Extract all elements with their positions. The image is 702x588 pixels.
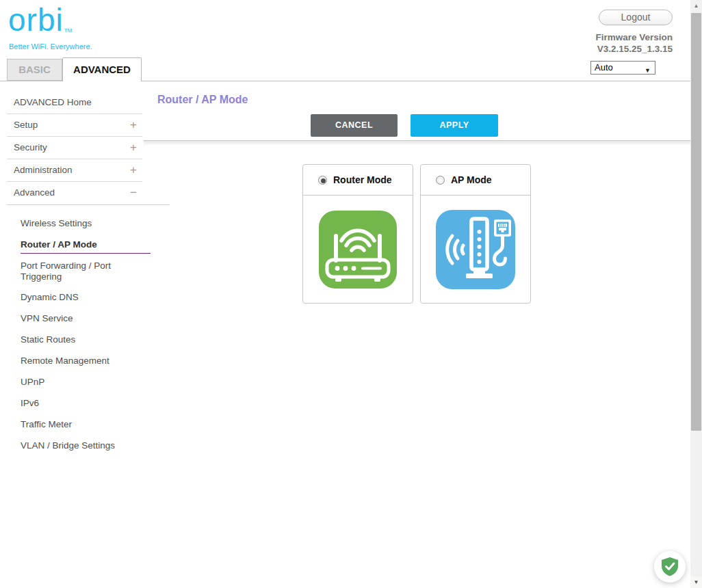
chevron-down-icon: ▼	[645, 64, 651, 77]
plus-icon[interactable]: +	[130, 114, 137, 136]
sidebar-subitem-remote-management[interactable]: Remote Management	[0, 350, 151, 371]
ap-mode-label: AP Mode	[451, 174, 492, 185]
content-divider	[144, 140, 690, 146]
firmware-version: Firmware Version V3.2.15.25_1.3.15	[595, 31, 673, 55]
scrollbar-thumb[interactable]	[691, 13, 701, 431]
language-selected-value: Auto	[595, 62, 613, 72]
brand-tagline: Better WiFi. Everywhere.	[9, 42, 92, 51]
router-mode-body	[303, 196, 413, 303]
ap-mode-header: AP Mode	[421, 165, 530, 196]
selected-item-underline	[21, 253, 151, 254]
sidebar-item-advanced[interactable]: Advanced −	[7, 182, 142, 204]
orbi-admin-page: orbiTM Better WiFi. Everywhere. Logout F…	[0, 0, 702, 588]
router-mode-label: Router Mode	[333, 174, 392, 185]
tab-advanced[interactable]: ADVANCED	[62, 57, 142, 81]
page-title: Router / AP Mode	[157, 94, 248, 106]
sidebar-subitem-port-forwarding[interactable]: Port Forwarding / Port Triggering	[0, 255, 151, 286]
orbi-logo-text: orbi	[8, 2, 64, 38]
plus-icon[interactable]: +	[130, 159, 137, 181]
sidebar-subitem-ipv6[interactable]: IPv6	[0, 392, 151, 414]
sidebar-subitem-upnp[interactable]: UPnP	[0, 371, 151, 392]
advanced-submenu: Wireless Settings Router / AP Mode Port …	[0, 213, 151, 456]
sidebar-item-security[interactable]: Security +	[7, 137, 142, 159]
router-mode-header: Router Mode	[303, 165, 413, 196]
apply-button[interactable]: APPLY	[411, 114, 498, 137]
sidebar-item-label: ADVANCED Home	[14, 97, 92, 107]
sidebar-subitem-label: Router / AP Mode	[21, 239, 97, 250]
tab-basic[interactable]: BASIC	[7, 59, 62, 81]
ap-mode-card[interactable]: AP Mode	[420, 164, 531, 304]
scroll-down-arrow-icon[interactable]: ▼	[690, 576, 702, 588]
plus-icon[interactable]: +	[130, 137, 137, 159]
minus-icon[interactable]: −	[130, 182, 137, 204]
sidebar-subitem-router-ap-mode[interactable]: Router / AP Mode	[0, 234, 151, 255]
sidebar-subitem-static-routes[interactable]: Static Routes	[0, 329, 151, 350]
router-icon	[319, 211, 397, 289]
sidebar-subitem-traffic-meter[interactable]: Traffic Meter	[0, 414, 151, 435]
sidebar-item-advanced-home[interactable]: ADVANCED Home	[7, 92, 142, 114]
logout-button[interactable]: Logout	[599, 10, 673, 25]
scroll-up-arrow-icon[interactable]: ▲	[690, 0, 702, 12]
sidebar-item-label: Advanced	[14, 187, 55, 198]
router-mode-card[interactable]: Router Mode	[302, 164, 413, 304]
router-mode-radio[interactable]	[318, 176, 327, 185]
ap-mode-body	[421, 196, 530, 303]
sidebar-subitem-wireless-settings[interactable]: Wireless Settings	[0, 213, 151, 234]
adguard-shield-button[interactable]	[654, 551, 686, 583]
ap-mode-radio[interactable]	[436, 176, 445, 185]
vertical-scrollbar[interactable]: ▲ ▼	[690, 0, 702, 588]
sidebar-item-administration[interactable]: Administration +	[7, 159, 142, 182]
cancel-button[interactable]: CANCEL	[311, 114, 398, 137]
sidebar-item-label: Setup	[14, 120, 38, 130]
firmware-version-value: V3.2.15.25_1.3.15	[595, 43, 673, 55]
access-point-icon	[436, 210, 515, 289]
orbi-logo: orbiTM	[8, 1, 71, 38]
sidebar-item-label: Administration	[14, 165, 73, 175]
language-select[interactable]: Auto ▼	[590, 61, 655, 75]
shield-check-icon	[660, 557, 679, 577]
sidebar-subitem-vlan-bridge-settings[interactable]: VLAN / Bridge Settings	[0, 435, 151, 456]
sidebar-nav: ADVANCED Home Setup + Security + Adminis…	[0, 81, 144, 204]
advanced-section-divider	[7, 204, 170, 205]
trademark-symbol: TM	[64, 27, 73, 34]
sidebar-subitem-vpn-service[interactable]: VPN Service	[0, 308, 151, 329]
firmware-version-label: Firmware Version	[595, 31, 673, 43]
sidebar-subitem-dynamic-dns[interactable]: Dynamic DNS	[0, 286, 151, 308]
sidebar-item-setup[interactable]: Setup +	[7, 114, 142, 137]
sidebar-item-label: Security	[14, 142, 47, 152]
